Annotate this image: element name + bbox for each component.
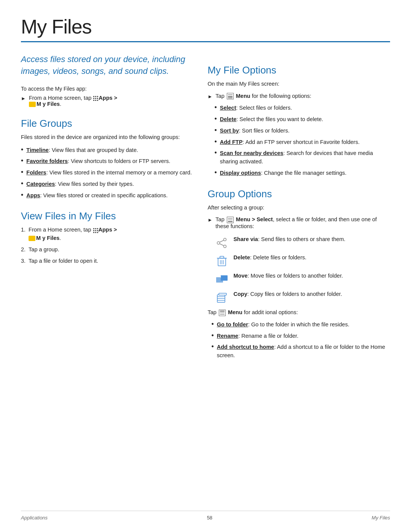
move-icon <box>215 273 229 286</box>
svg-rect-12 <box>221 275 228 281</box>
menu-icon <box>227 217 234 223</box>
my-files-icon <box>29 236 35 241</box>
group-options-extra-list: • Go to folder: Go to the folder in whic… <box>207 321 390 360</box>
view-files-heading: View Files in My Files <box>21 210 192 222</box>
list-item: • Sort by: Sort files or folders. <box>214 127 390 135</box>
file-groups-desc: Files stored in the device are organized… <box>21 133 192 142</box>
bullet-dot: • <box>21 169 23 176</box>
function-share: Share via: Send files to others or share… <box>215 235 390 250</box>
intro-text: Access files stored on your device, incl… <box>21 54 192 77</box>
group-tap-menu: ► Tap Menu > Select, select a file or fo… <box>207 216 390 229</box>
arrow-icon: ► <box>207 94 212 99</box>
svg-rect-17 <box>219 293 226 295</box>
bullet-dot: • <box>21 180 23 188</box>
list-item: 1. From a Home screen, tap Apps > M y Fi… <box>21 226 192 243</box>
title-divider <box>21 41 390 42</box>
list-item: • Display options: Change the file manag… <box>214 169 390 177</box>
menu-icon <box>227 93 234 99</box>
list-item: • Add shortcut to home: Add a shortcut t… <box>211 343 390 360</box>
bullet-dot: • <box>214 127 217 134</box>
my-file-options-heading: My File Options <box>207 64 390 76</box>
list-item: • Rename: Rename a file or folder. <box>211 332 390 340</box>
list-item: 2. Tap a group. <box>21 246 192 254</box>
tap-menu-line: ► Tap Menu for the following options: <box>207 93 390 100</box>
group-options-heading: Group Options <box>207 188 390 200</box>
view-files-steps: 1. From a Home screen, tap Apps > M y Fi… <box>21 226 192 265</box>
list-item: • Favorite folders: View shortcuts to fo… <box>21 157 192 166</box>
my-files-icon <box>29 102 36 107</box>
copy-icon <box>215 291 229 305</box>
group-options-desc: After selecting a group: <box>207 204 390 212</box>
footer: Applications 58 My Files <box>21 511 390 521</box>
list-item: • Categories: View files sorted by their… <box>21 180 192 189</box>
access-label: To access the My Files app: <box>21 86 192 92</box>
bullet-dot: • <box>211 343 213 351</box>
delete-icon <box>215 254 229 268</box>
list-item: • Apps: View files stored or created in … <box>21 192 192 200</box>
function-move: Move: Move files or folders to another f… <box>215 272 390 286</box>
list-item: • Timeline: View files that are grouped … <box>21 146 192 155</box>
bullet-dot: • <box>21 192 23 199</box>
list-item: • Delete: Select the files you want to d… <box>214 115 390 124</box>
bullet-dot: • <box>214 169 217 177</box>
arrow-icon: ► <box>21 96 26 101</box>
bullet-dot: • <box>211 321 213 328</box>
svg-line-3 <box>220 240 224 242</box>
svg-point-0 <box>224 238 226 241</box>
function-delete: Delete: Delete files or folders. <box>215 254 390 268</box>
left-column: Access files stored on your device, incl… <box>21 54 192 364</box>
list-item: 3. Tap a file or folder to open it. <box>21 257 192 265</box>
list-item: • Add FTP: Add an FTP server shortcut in… <box>214 138 390 147</box>
apps-icon <box>93 96 98 101</box>
list-item: • Select: Select files or folders. <box>214 104 390 112</box>
list-item: • Folders: View files stored in the inte… <box>21 169 192 177</box>
my-file-options-desc: On the main My Files screen: <box>207 80 390 88</box>
bullet-dot: • <box>21 146 23 154</box>
bullet-dot: • <box>214 138 217 146</box>
page-title: My Files <box>21 15 390 38</box>
footer-right: My Files <box>372 515 390 521</box>
svg-line-4 <box>220 244 224 246</box>
share-icon <box>215 236 229 250</box>
file-groups-heading: File Groups <box>21 118 192 129</box>
bullet-dot: • <box>214 104 217 112</box>
svg-point-1 <box>217 242 220 244</box>
right-column: My File Options On the main My Files scr… <box>207 54 390 364</box>
my-file-options-list: • Select: Select files or folders. • Del… <box>207 104 390 177</box>
bullet-dot: • <box>211 332 213 340</box>
access-step-text: From a Home screen, tap Apps > M y Files… <box>29 95 117 107</box>
apps-icon <box>93 228 98 233</box>
tap-menu2-line: Tap Menu for addit ional options: <box>207 309 390 316</box>
menu-icon <box>219 310 226 316</box>
bullet-dot: • <box>214 115 217 123</box>
list-item: • Scan for nearby devices: Search for de… <box>214 149 390 166</box>
arrow-icon: ► <box>207 217 212 223</box>
file-groups-list: • Timeline: View files that are grouped … <box>21 146 192 200</box>
function-copy: Copy: Copy files or folders to another f… <box>215 290 390 305</box>
footer-page-number: 58 <box>207 515 212 521</box>
svg-point-2 <box>224 245 226 248</box>
list-item: • Go to folder: Go to the folder in whic… <box>211 321 390 329</box>
function-icons-list: Share via: Send files to others or share… <box>207 235 390 305</box>
bullet-dot: • <box>214 149 217 157</box>
footer-left: Applications <box>21 515 48 521</box>
svg-rect-7 <box>220 256 224 258</box>
bullet-dot: • <box>21 157 23 165</box>
access-step: ► From a Home screen, tap Apps > M y Fil… <box>21 95 192 107</box>
